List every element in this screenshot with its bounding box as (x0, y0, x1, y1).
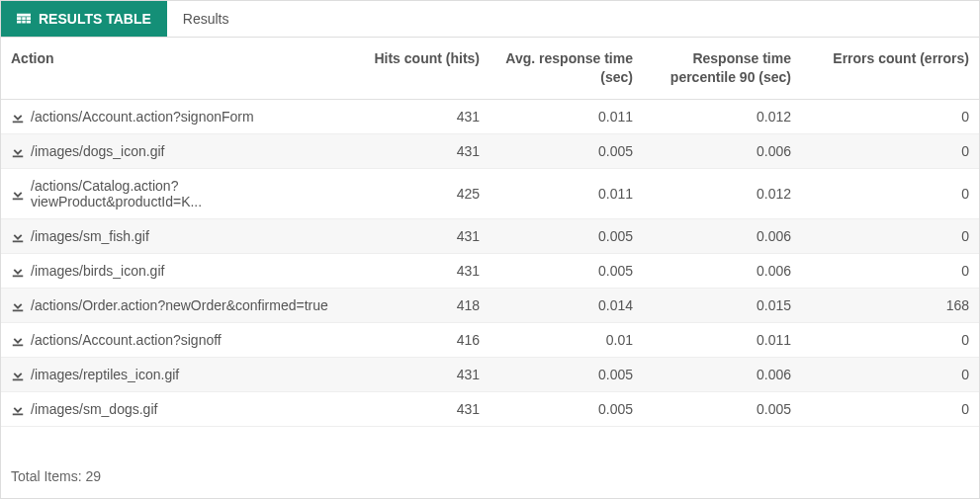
cell-hits: 431 (351, 133, 490, 168)
cell-hits: 418 (351, 288, 490, 322)
download-icon[interactable] (11, 298, 25, 312)
cell-action: /images/birds_icon.gif (1, 253, 351, 288)
download-icon[interactable] (11, 368, 25, 381)
cell-errors: 0 (801, 391, 979, 426)
action-text: /images/birds_icon.gif (31, 263, 164, 279)
cell-avg: 0.005 (490, 391, 643, 426)
cell-hits: 431 (351, 218, 490, 253)
action-text: /actions/Account.action?signoff (31, 332, 222, 348)
cell-action: /actions/Catalog.action?viewProduct&prod… (1, 168, 351, 218)
download-icon[interactable] (11, 402, 25, 416)
cell-avg: 0.005 (490, 357, 643, 391)
cell-avg: 0.014 (490, 288, 643, 322)
cell-hits: 431 (351, 391, 490, 426)
download-icon[interactable] (11, 144, 25, 158)
cell-errors: 168 (801, 288, 979, 322)
action-text: /actions/Catalog.action?viewProduct&prod… (31, 178, 341, 209)
cell-p90: 0.006 (643, 133, 801, 168)
col-action[interactable]: Action (1, 38, 351, 99)
cell-avg: 0.005 (490, 133, 643, 168)
table-row[interactable]: /actions/Order.action?newOrder&confirmed… (1, 288, 979, 322)
cell-hits: 416 (351, 322, 490, 357)
cell-p90: 0.006 (643, 253, 801, 288)
cell-avg: 0.011 (490, 168, 643, 218)
cell-action: /images/dogs_icon.gif (1, 133, 351, 168)
cell-p90: 0.015 (643, 288, 801, 322)
header-row: Action Hits count (hits) Avg. response t… (1, 38, 979, 99)
col-errors[interactable]: Errors count (errors) (801, 38, 979, 99)
cell-avg: 0.005 (490, 218, 643, 253)
download-icon[interactable] (11, 229, 25, 243)
table-row[interactable]: /images/reptiles_icon.gif4310.0050.0060 (1, 357, 979, 391)
cell-errors: 0 (801, 218, 979, 253)
table-icon (17, 12, 31, 26)
total-items-value: 29 (85, 468, 101, 484)
total-items-label: Total Items: (11, 468, 82, 484)
download-icon[interactable] (11, 333, 25, 347)
table-row[interactable]: /images/dogs_icon.gif4310.0050.0060 (1, 133, 979, 168)
cell-action: /actions/Account.action?signonForm (1, 99, 351, 133)
tabs-bar: RESULTS TABLE Results (1, 1, 979, 38)
cell-action: /actions/Account.action?signoff (1, 322, 351, 357)
table-row[interactable]: /images/sm_fish.gif4310.0050.0060 (1, 218, 979, 253)
cell-errors: 0 (801, 168, 979, 218)
action-text: /images/reptiles_icon.gif (31, 367, 179, 382)
table-row[interactable]: /actions/Account.action?signoff4160.010.… (1, 322, 979, 357)
download-icon[interactable] (11, 187, 25, 201)
cell-action: /actions/Order.action?newOrder&confirmed… (1, 288, 351, 322)
cell-p90: 0.011 (643, 322, 801, 357)
tab-results[interactable]: Results (167, 1, 245, 37)
col-avg[interactable]: Avg. response time (sec) (490, 38, 643, 99)
tab-results-table[interactable]: RESULTS TABLE (1, 1, 167, 37)
action-text: /images/dogs_icon.gif (31, 143, 164, 159)
table-container: Action Hits count (hits) Avg. response t… (1, 38, 979, 461)
table-row[interactable]: /actions/Catalog.action?viewProduct&prod… (1, 168, 979, 218)
results-table: Action Hits count (hits) Avg. response t… (1, 38, 979, 427)
cell-errors: 0 (801, 99, 979, 133)
table-row[interactable]: /images/birds_icon.gif4310.0050.0060 (1, 253, 979, 288)
cell-action: /images/sm_fish.gif (1, 218, 351, 253)
cell-hits: 425 (351, 168, 490, 218)
cell-errors: 0 (801, 253, 979, 288)
download-icon[interactable] (11, 110, 25, 124)
action-text: /actions/Account.action?signonForm (31, 109, 254, 125)
cell-p90: 0.006 (643, 357, 801, 391)
cell-p90: 0.005 (643, 391, 801, 426)
table-row[interactable]: /actions/Account.action?signonForm4310.0… (1, 99, 979, 133)
results-panel: RESULTS TABLE Results Action Hits count … (0, 0, 980, 499)
action-text: /images/sm_fish.gif (31, 228, 149, 244)
action-text: /actions/Order.action?newOrder&confirmed… (31, 297, 328, 313)
table-scroll[interactable]: Action Hits count (hits) Avg. response t… (1, 38, 979, 461)
col-p90[interactable]: Response time percentile 90 (sec) (643, 38, 801, 99)
cell-hits: 431 (351, 99, 490, 133)
cell-hits: 431 (351, 357, 490, 391)
cell-errors: 0 (801, 133, 979, 168)
cell-action: /images/reptiles_icon.gif (1, 357, 351, 391)
cell-action: /images/sm_dogs.gif (1, 391, 351, 426)
cell-errors: 0 (801, 357, 979, 391)
table-row[interactable]: /images/sm_dogs.gif4310.0050.0050 (1, 391, 979, 426)
cell-avg: 0.005 (490, 253, 643, 288)
download-icon[interactable] (11, 264, 25, 278)
table-footer: Total Items: 29 (1, 460, 979, 498)
tab-label: RESULTS TABLE (39, 11, 151, 27)
cell-hits: 431 (351, 253, 490, 288)
cell-p90: 0.012 (643, 99, 801, 133)
cell-avg: 0.011 (490, 99, 643, 133)
tab-label: Results (183, 11, 229, 27)
cell-p90: 0.012 (643, 168, 801, 218)
cell-avg: 0.01 (490, 322, 643, 357)
cell-errors: 0 (801, 322, 979, 357)
action-text: /images/sm_dogs.gif (31, 401, 157, 417)
col-hits[interactable]: Hits count (hits) (351, 38, 490, 99)
cell-p90: 0.006 (643, 218, 801, 253)
